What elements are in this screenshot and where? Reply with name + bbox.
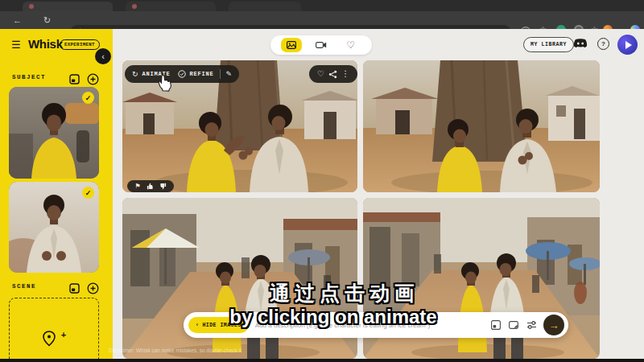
subject-thumbnail-man[interactable]: ✓ [9,182,99,273]
photo-couple-under-tree-2 [363,60,600,192]
generated-image-1[interactable]: ↻ ANIMATE REFINE ✎ ♡ ⋮ ⚑ [122,60,357,192]
image-options-toolbar: ♡ ⋮ [309,65,357,83]
browser-tab[interactable] [229,2,301,11]
favorites-mode-icon[interactable]: ♡ [341,38,361,52]
edit-prompt-icon[interactable]: ✎ [226,71,233,78]
refine-button[interactable]: REFINE [190,71,214,77]
tab-favicon [132,4,137,9]
subject-thumbnail-woman[interactable]: ✓ [9,87,99,179]
hand-cursor [156,74,171,92]
browser-tab[interactable] [23,2,113,11]
subtitle-chinese: 通过点击动画 [23,280,644,306]
tab-favicon [29,4,34,9]
help-button[interactable]: ? [597,38,609,50]
subject-image-frame-icon[interactable] [68,72,80,85]
app-title: Whisk [28,37,63,51]
image-action-toolbar: ↻ ANIMATE REFINE ✎ [125,65,239,83]
generated-image-2[interactable] [363,60,600,192]
animate-icon: ↻ [132,71,138,78]
images-mode-icon[interactable] [281,38,302,52]
subtitle-english: by clicking on animate [11,306,644,328]
browser-tab[interactable] [126,2,216,11]
letterbox-bar [0,359,644,362]
more-options-icon[interactable]: ⋮ [341,70,349,78]
my-library-button[interactable]: MY LIBRARY [523,37,574,52]
subject-add-icon[interactable] [86,72,99,85]
refine-icon [178,70,186,78]
image-feedback-toolbar: ⚑ [127,180,174,192]
plus-icon: + [61,330,66,339]
favorite-heart-icon[interactable]: ♡ [317,70,324,78]
menu-icon[interactable]: ☰ [11,39,21,51]
toolbar-divider [220,69,221,79]
refresh-icon[interactable]: ↻ [43,14,51,27]
back-icon[interactable]: ← [13,14,22,27]
thumbs-up-icon[interactable] [147,183,154,190]
heart-icon: ♡ [346,40,355,50]
location-pin-icon [42,331,56,347]
whisk-app-window: ← ↻ https://labs.google/fx/tools/whisk/p… [0,0,644,362]
view-mode-switcher: ♡ [270,35,372,55]
report-flag-icon[interactable]: ⚑ [134,183,140,190]
profile-avatar[interactable] [617,35,638,55]
video-mode-icon[interactable] [311,38,332,52]
selected-check-icon[interactable]: ✓ [82,187,94,199]
browser-tab-strip [0,0,644,11]
discord-icon[interactable] [573,38,588,52]
experiment-badge: EXPERIMENT [60,39,100,50]
browser-toolbar: ← ↻ https://labs.google/fx/tools/whisk/p… [0,11,644,29]
avatar-logo [625,41,632,49]
thumbs-down-icon[interactable] [159,183,167,190]
disclaimer-text: Disclaimer: Whisk can make mistakes, so … [109,348,242,353]
share-icon[interactable] [328,70,337,79]
subject-section-label: SUBJECT [12,74,46,80]
sidebar-collapse-button[interactable]: ‹ [95,48,111,64]
selected-check-icon[interactable]: ✓ [82,92,94,104]
